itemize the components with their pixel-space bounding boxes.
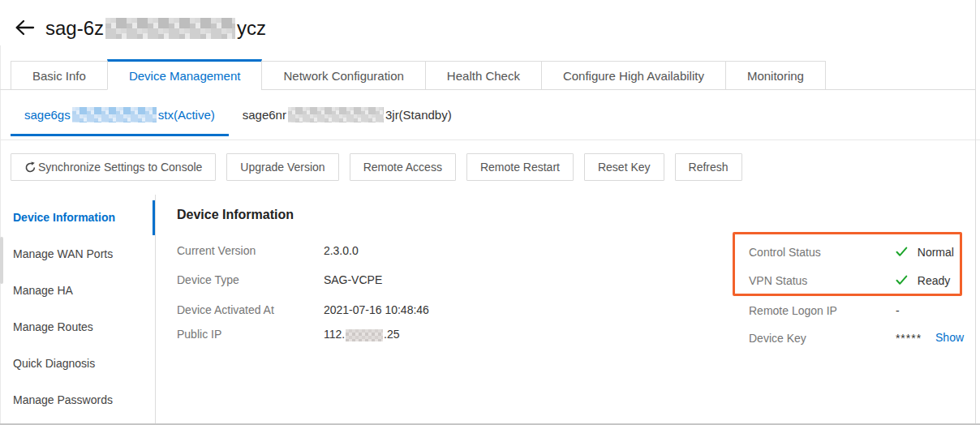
device-sidebar: Device Information Manage WAN Ports Mana…: [0, 195, 156, 424]
tab-configure-high-availability[interactable]: Configure High Availability: [541, 61, 726, 90]
tab-monitoring[interactable]: Monitoring: [725, 61, 826, 90]
public-ip-row: Public IP 112..25: [177, 327, 400, 341]
current-version-value: 2.3.0.0: [324, 244, 359, 257]
device-information-panel: Device Information Current Version 2.3.0…: [156, 195, 980, 424]
sidebar-item-manage-ha[interactable]: Manage HA: [0, 273, 155, 309]
synchronize-settings-button[interactable]: Synchronize Settings to Console: [11, 153, 216, 181]
content-area: Device Information Manage WAN Ports Mana…: [0, 195, 980, 424]
reset-key-button[interactable]: Reset Key: [584, 153, 664, 181]
remote-restart-button[interactable]: Remote Restart: [466, 153, 574, 181]
device-activated-at-label: Device Activated At: [177, 303, 320, 316]
back-button[interactable]: [14, 19, 35, 39]
sag-device-page: sag-6z ycz Basic Info Device Management …: [0, 0, 980, 425]
vpn-status-row: VPN Status Ready: [749, 273, 950, 288]
sidebar-item-manage-passwords[interactable]: Manage Passwords: [0, 382, 155, 419]
device-type-row: Device Type SAG-VCPE: [177, 273, 382, 286]
page-left-border: [0, 45, 1, 423]
left-scrollbar-thumb[interactable]: [0, 237, 3, 284]
sidebar-item-quick-diagnosis[interactable]: Quick Diagnosis: [0, 346, 155, 382]
tab-health-check[interactable]: Health Check: [425, 61, 542, 90]
subtab-standby-suffix: 3jr(Standby): [385, 108, 452, 122]
sidebar-item-manage-wan-ports[interactable]: Manage WAN Ports: [0, 236, 155, 273]
current-version-row: Current Version 2.3.0.0: [177, 243, 359, 257]
device-activated-at-value: 2021-07-16 10:48:46: [324, 303, 429, 316]
remote-logon-ip-label: Remote Logon IP: [749, 304, 892, 317]
redacted-device-id-blur: [72, 107, 157, 122]
panel-heading: Device Information: [177, 208, 294, 222]
device-subtab-bar: sage6gs stx(Active) sage6nr 3jr(Standby): [0, 90, 980, 140]
device-key-row: Device Key ***** Show: [749, 331, 964, 345]
subtab-active-prefix: sage6gs: [24, 108, 71, 122]
sync-icon: [24, 161, 37, 174]
vpn-status-label: VPN Status: [749, 274, 892, 287]
refresh-button[interactable]: Refresh: [675, 153, 742, 181]
control-status-value: Normal: [918, 246, 954, 259]
device-type-value: SAG-VCPE: [324, 273, 382, 286]
sidebar-item-manage-routes[interactable]: Manage Routes: [0, 309, 155, 346]
control-status-row: Control Status Normal: [749, 245, 954, 260]
control-status-label: Control Status: [749, 246, 892, 259]
page-title-prefix: sag-6z: [45, 17, 104, 40]
remote-access-button[interactable]: Remote Access: [350, 153, 456, 181]
remote-logon-ip-row: Remote Logon IP -: [749, 303, 900, 317]
tab-network-configuration[interactable]: Network Configuration: [261, 61, 425, 90]
show-device-key-link[interactable]: Show: [935, 331, 964, 344]
tab-basic-info[interactable]: Basic Info: [11, 61, 108, 90]
sidebar-item-device-information[interactable]: Device Information: [0, 200, 155, 236]
back-arrow-icon: [14, 19, 35, 39]
check-icon: [896, 275, 908, 288]
device-activated-at-row: Device Activated At 2021-07-16 10:48:46: [177, 303, 429, 316]
redacted-ip-blur: [346, 329, 383, 341]
tab-device-management[interactable]: Device Management: [107, 59, 263, 90]
public-ip-value: 112..25: [324, 328, 400, 341]
device-toolbar: Synchronize Settings to Console Upgrade …: [0, 140, 980, 195]
subtab-standby-device[interactable]: sage6nr 3jr(Standby): [229, 90, 466, 140]
page-title: sag-6z ycz: [45, 17, 266, 40]
current-version-label: Current Version: [177, 244, 320, 257]
page-title-suffix: ycz: [237, 17, 266, 40]
redacted-title-blur: [105, 18, 235, 39]
device-key-label: Device Key: [749, 332, 892, 345]
subtab-standby-prefix: sage6nr: [243, 108, 286, 122]
remote-logon-ip-value: -: [896, 304, 900, 317]
synchronize-settings-label: Synchronize Settings to Console: [38, 161, 202, 174]
page-header: sag-6z ycz: [0, 0, 980, 45]
vpn-status-value: Ready: [918, 274, 950, 287]
subtab-active-device[interactable]: sage6gs stx(Active): [11, 90, 229, 140]
tab-bar: Basic Info Device Management Network Con…: [11, 59, 980, 90]
subtab-active-suffix: stx(Active): [158, 108, 215, 122]
upgrade-version-button[interactable]: Upgrade Version: [226, 153, 338, 181]
check-icon: [896, 247, 908, 260]
device-key-masked-value: *****: [896, 332, 922, 345]
device-type-label: Device Type: [177, 273, 320, 286]
redacted-device-id-blur: [288, 107, 384, 122]
public-ip-label: Public IP: [177, 328, 320, 341]
